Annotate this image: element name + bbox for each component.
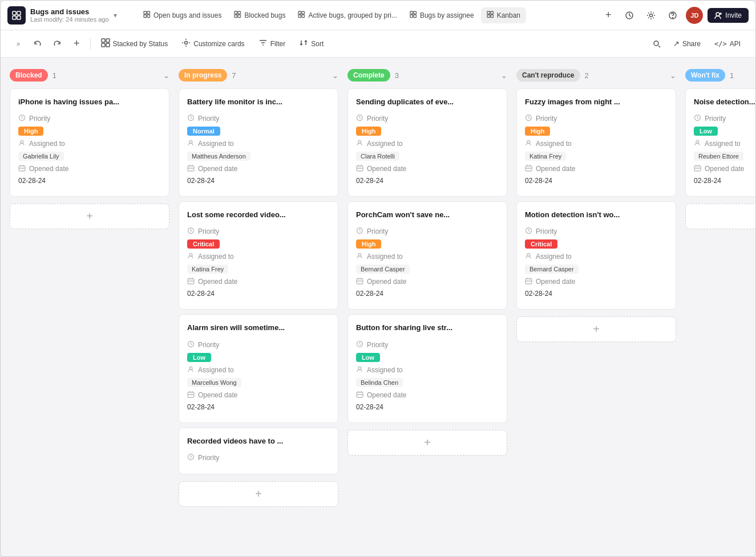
card-inprogress-3[interactable]: Recorded videos have to ... Priority — [179, 428, 338, 474]
tab-blocked-bugs[interactable]: Blocked bugs — [228, 7, 291, 23]
tab-active-bugs[interactable]: Active bugs, grouped by pri... — [292, 7, 402, 23]
priority-value-inprogress-0: Normal — [187, 127, 220, 136]
column-chevron-cantreproduce[interactable]: ⌄ — [670, 71, 676, 80]
card-inprogress-1[interactable]: Lost some recorded video... Priority Cri… — [179, 201, 338, 310]
assignee-value-inprogress-0: Mattheus Anderson — [187, 152, 250, 161]
stacked-by-status-button[interactable]: Stacked by Status — [95, 35, 174, 52]
top-bar: Bugs and issues Last modify: 24 minutes … — [1, 1, 755, 30]
priority-value-complete-1: High — [356, 239, 381, 249]
toolbar: » + Stacked by Sta — [1, 30, 755, 58]
priority-field-inprogress-2: Priority — [187, 340, 330, 349]
card-title-wontfix-0: Noise detection... — [694, 97, 755, 107]
card-inprogress-0[interactable]: Battery life monitor is inc... Priority … — [179, 88, 338, 197]
date-value-cantreproduce-1: 02-28-24 — [525, 290, 552, 298]
assigned-label-cantreproduce-0: Assigned to — [536, 140, 572, 148]
settings-button[interactable] — [642, 7, 660, 24]
date-value-field-cantreproduce-0: 02-28-24 — [525, 177, 668, 185]
add-card-button-cantreproduce[interactable]: + — [516, 316, 676, 342]
status-badge-inprogress[interactable]: In progress — [179, 69, 227, 82]
svg-rect-12 — [298, 11, 301, 14]
status-badge-blocked[interactable]: Blocked — [10, 69, 48, 82]
date-field-cantreproduce-1: Opened date — [525, 277, 668, 286]
tab-icon-blocked-bugs — [234, 11, 241, 20]
toolbar-right: ↗ Share </> API — [648, 35, 746, 52]
add-item-button[interactable]: + — [68, 35, 86, 52]
assign-icon-complete-0 — [356, 139, 363, 148]
card-title-blocked-0: iPhone is having issues pa... — [18, 97, 161, 107]
card-complete-0[interactable]: Sending duplicates of eve... Priority Hi… — [347, 88, 507, 197]
card-cantreproduce-1[interactable]: Motion detection isn't wo... Priority Cr… — [516, 201, 676, 310]
add-card-button-inprogress[interactable]: + — [179, 481, 338, 507]
card-complete-1[interactable]: PorchCam won't save ne... Priority High — [347, 201, 507, 310]
date-icon-inprogress-1 — [187, 277, 195, 286]
assignee-value-field-wontfix-0: Reuben Ettore — [694, 152, 755, 161]
assigned-label-inprogress-1: Assigned to — [198, 253, 234, 261]
stacked-icon — [101, 38, 110, 49]
customize-cards-button[interactable]: Customize cards — [176, 35, 250, 52]
history-button[interactable] — [621, 7, 638, 24]
api-button[interactable]: </> API — [709, 37, 746, 51]
svg-rect-3 — [17, 16, 21, 19]
svg-rect-14 — [298, 15, 301, 18]
date-value-inprogress-0: 02-28-24 — [187, 177, 215, 185]
assigned-field-blocked-0: Assigned to — [18, 139, 161, 148]
date-label-complete-1: Opened date — [367, 278, 406, 286]
priority-field-wontfix-0: Priority — [694, 114, 755, 123]
assigned-field-inprogress-0: Assigned to — [187, 139, 330, 148]
assignee-value-inprogress-1: Katina Frey — [187, 265, 228, 274]
sort-label: Sort — [311, 40, 324, 48]
tab-open-bugs[interactable]: Open bugs and issues — [138, 7, 227, 23]
date-value-field-cantreproduce-1: 02-28-24 — [525, 290, 668, 298]
invite-button[interactable]: Invite — [708, 8, 749, 23]
card-blocked-0[interactable]: iPhone is having issues pa... Priority H… — [10, 88, 169, 197]
expand-sidebar-button[interactable]: » — [10, 35, 27, 52]
card-wontfix-0[interactable]: Noise detection... Priority Low — [685, 88, 755, 197]
share-button[interactable]: ↗ Share — [668, 36, 706, 51]
add-card-button-blocked[interactable]: + — [10, 204, 169, 229]
tab-label-bugs-assignee: Bugs by assignee — [420, 11, 474, 19]
sort-button[interactable]: Sort — [293, 35, 329, 52]
api-icon: </> — [714, 40, 727, 48]
date-label-cantreproduce-1: Opened date — [536, 278, 575, 286]
card-complete-2[interactable]: Button for sharing live str... Priority … — [347, 314, 507, 422]
help-button[interactable] — [664, 7, 681, 24]
date-field-complete-0: Opened date — [356, 164, 499, 173]
invite-label: Invite — [725, 11, 742, 19]
status-badge-wontfix[interactable]: Won't fix — [685, 69, 725, 82]
tab-kanban[interactable]: Kanban — [481, 7, 526, 23]
app-title: Bugs and issues — [30, 7, 109, 16]
assignee-value-blocked-0: Gabriella Lily — [18, 152, 64, 161]
add-card-button-complete[interactable]: + — [347, 430, 507, 456]
app-title-chevron[interactable]: ▾ — [114, 11, 117, 19]
card-inprogress-2[interactable]: Alarm siren will sometime... Priority Lo… — [179, 314, 338, 422]
search-button[interactable] — [648, 35, 665, 52]
date-value-blocked-0: 02-28-24 — [18, 177, 46, 185]
column-chevron-inprogress[interactable]: ⌄ — [332, 71, 338, 80]
tab-bugs-assignee[interactable]: Bugs by assignee — [404, 7, 480, 23]
svg-rect-0 — [13, 11, 16, 15]
assign-icon-complete-1 — [356, 252, 363, 261]
priority-icon-inprogress-3 — [187, 453, 195, 462]
customize-label: Customize cards — [193, 40, 244, 48]
app-subtitle: Last modify: 24 minutes ago — [30, 16, 109, 23]
card-cantreproduce-0[interactable]: Fuzzy images from night ... Priority Hig… — [516, 88, 676, 197]
date-value-field-complete-2: 02-28-24 — [356, 403, 499, 411]
status-badge-cantreproduce[interactable]: Can't reproduce — [516, 69, 580, 82]
add-card-button-wontfix[interactable]: + — [685, 204, 755, 229]
svg-rect-6 — [144, 15, 147, 18]
priority-field-inprogress-3: Priority — [187, 453, 330, 462]
svg-rect-17 — [414, 11, 417, 14]
user-avatar[interactable]: JD — [686, 7, 703, 24]
date-label-complete-2: Opened date — [367, 391, 406, 399]
column-chevron-complete[interactable]: ⌄ — [501, 71, 507, 80]
column-header-cantreproduce: Can't reproduce 2 ⌄ — [516, 67, 676, 84]
undo-button[interactable] — [29, 35, 46, 52]
column-header-blocked: Blocked 1 ⌄ — [10, 67, 169, 84]
column-chevron-blocked[interactable]: ⌄ — [163, 71, 169, 80]
priority-label-inprogress-2: Priority — [198, 341, 219, 349]
priority-field-cantreproduce-1: Priority — [525, 227, 668, 236]
status-badge-complete[interactable]: Complete — [347, 69, 390, 82]
add-tab-button[interactable]: + — [600, 7, 616, 23]
redo-button[interactable] — [48, 35, 66, 52]
filter-button[interactable]: Filter — [253, 35, 292, 52]
